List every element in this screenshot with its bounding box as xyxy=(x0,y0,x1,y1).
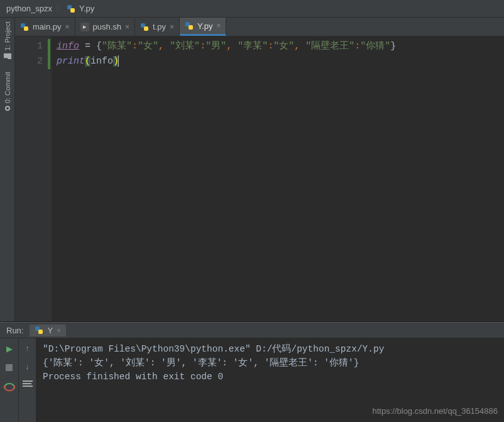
restart-icon[interactable] xyxy=(5,381,14,390)
python-icon xyxy=(35,326,43,335)
vcs-gutter xyxy=(47,36,52,321)
tk-string: "男" xyxy=(205,41,226,52)
close-icon[interactable]: × xyxy=(125,23,129,31)
watermark: https://blog.csdn.net/qq_36154886 xyxy=(373,404,498,418)
tk-comma: , xyxy=(226,41,238,52)
tk-string: "陈某" xyxy=(102,41,132,52)
commit-icon xyxy=(5,106,10,111)
python-icon xyxy=(140,23,149,31)
console-line: "D:\Program Files\Python39\python.exe" D… xyxy=(43,342,498,356)
chevron-right-icon: 〉 xyxy=(56,4,63,13)
editor-tab-bar: main.py × push.sh × t.py × Y.py × xyxy=(15,18,504,36)
line-number: 2 xyxy=(15,54,43,69)
left-gutter: 1: Project 0: Commit xyxy=(0,18,15,321)
tk-colon: : xyxy=(354,41,360,52)
rerun-icon[interactable]: ▶ xyxy=(4,343,14,353)
tk-string: "你猜" xyxy=(360,41,390,52)
python-icon xyxy=(67,4,75,13)
run-tab-label: Y xyxy=(47,326,53,335)
arrow-up-icon[interactable]: ↑ xyxy=(25,343,30,353)
tk-colon: : xyxy=(200,41,205,52)
tk-variable: info xyxy=(90,56,113,67)
tab-label: main.py xyxy=(33,22,62,31)
gutter-line-numbers: 1 2 xyxy=(15,36,47,321)
toolwindow-project-label: 1: Project xyxy=(4,21,11,50)
run-tab[interactable]: Y × xyxy=(30,325,65,336)
tk-brace: } xyxy=(390,41,396,52)
tk-colon: : xyxy=(268,41,273,52)
tk-string: "隔壁老王" xyxy=(305,41,354,52)
line-number: 1 xyxy=(15,39,43,54)
console-output[interactable]: "D:\Program Files\Python39\python.exe" D… xyxy=(36,338,504,422)
run-toolbar: ▶ xyxy=(0,338,19,422)
tk-string: "女" xyxy=(138,41,158,52)
tk-builtin: print xyxy=(57,56,85,67)
tab-label: push.sh xyxy=(93,22,122,31)
tk-comma: , xyxy=(158,41,170,52)
code-editor[interactable]: 1 2 info = {"陈某":"女", "刘某":"男", "李某":"女"… xyxy=(15,36,504,321)
tab-y-py[interactable]: Y.py × xyxy=(180,18,226,36)
code-area[interactable]: info = {"陈某":"女", "刘某":"男", "李某":"女", "隔… xyxy=(52,36,504,321)
tk-op: = xyxy=(79,41,96,52)
toolwindow-commit-label: 0: Commit xyxy=(4,72,11,103)
breadcrumb-project[interactable]: python_spzx xyxy=(6,4,52,13)
stop-icon[interactable] xyxy=(4,362,14,372)
python-icon xyxy=(185,21,194,30)
python-icon xyxy=(20,23,29,31)
tk-colon: : xyxy=(132,41,138,52)
console-line: Process finished with exit code 0 xyxy=(43,370,498,384)
code-line-1: info = {"陈某":"女", "刘某":"男", "李某":"女", "隔… xyxy=(57,39,499,54)
run-title: Run: xyxy=(6,326,23,335)
arrow-down-icon[interactable]: ↓ xyxy=(25,362,30,371)
toolwindow-project[interactable]: 1: Project xyxy=(4,21,11,60)
console-line: {'陈某': '女', '刘某': '男', '李某': '女', '隔壁老王'… xyxy=(43,356,498,370)
soft-wrap-icon[interactable] xyxy=(23,380,33,390)
close-icon[interactable]: × xyxy=(57,326,60,334)
breadcrumb-file[interactable]: Y.py xyxy=(79,4,94,13)
shell-icon xyxy=(80,23,89,31)
tk-variable: info xyxy=(57,41,79,52)
tab-t-py[interactable]: t.py × xyxy=(135,18,180,36)
tab-main-py[interactable]: main.py × xyxy=(15,18,75,36)
tk-string: "刘某" xyxy=(170,41,200,52)
project-icon xyxy=(4,53,11,60)
run-panel: Run: Y × ▶ ↑ ↓ "D:\Program Files\Python3… xyxy=(0,321,504,422)
close-icon[interactable]: × xyxy=(216,21,221,30)
tab-push-sh[interactable]: push.sh × xyxy=(75,18,136,36)
run-panel-header: Run: Y × xyxy=(0,322,504,338)
tk-brace: { xyxy=(96,41,102,52)
run-nav-toolbar: ↑ ↓ xyxy=(19,338,36,422)
tab-label: Y.py xyxy=(197,21,212,31)
tk-comma: , xyxy=(294,41,305,52)
tab-label: t.py xyxy=(153,22,166,31)
tk-string: "李某" xyxy=(238,41,268,52)
toolwindow-commit[interactable]: 0: Commit xyxy=(4,72,11,111)
tk-string: "女" xyxy=(273,41,294,52)
code-line-2: print(info) xyxy=(57,54,499,69)
vcs-added-marker xyxy=(48,39,50,69)
breadcrumb: python_spzx 〉 Y.py xyxy=(0,0,504,18)
caret xyxy=(118,55,119,67)
tk-paren: ( xyxy=(85,56,90,67)
close-icon[interactable]: × xyxy=(65,23,70,31)
close-icon[interactable]: × xyxy=(170,23,174,31)
